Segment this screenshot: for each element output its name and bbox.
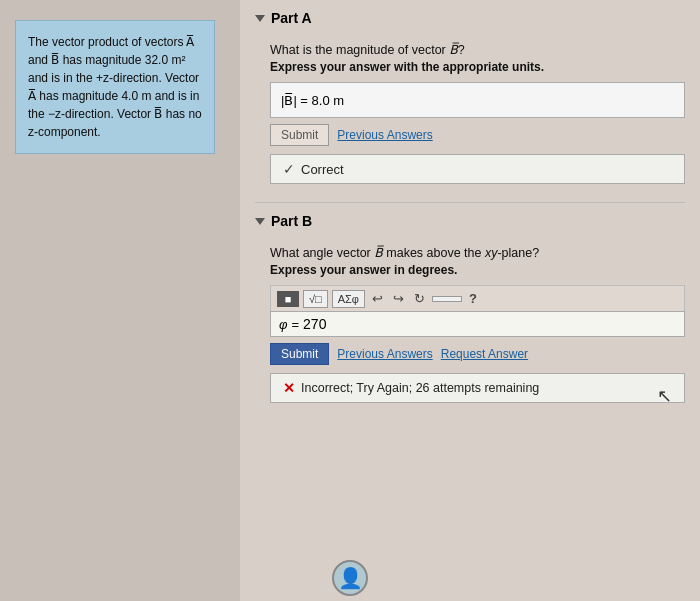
x-icon: ✕ [283,380,295,396]
part-b-previous-answers-link[interactable]: Previous Answers [337,347,432,361]
part-a-previous-answers-link[interactable]: Previous Answers [337,128,432,142]
part-a-express: Express your answer with the appropriate… [270,60,685,74]
toolbar-empty-button[interactable] [432,296,462,302]
phi-label: φ [279,317,287,332]
part-b-input-row: φ = [270,311,685,337]
part-b-section: Part B What angle vector B̅ makes above … [255,213,685,409]
equals-sign: = [291,317,299,332]
part-a-section: Part A What is the magnitude of vector B… [255,10,685,190]
part-b-request-answer-link[interactable]: Request Answer [441,347,528,361]
help-icon[interactable]: ? [466,289,480,308]
right-panel: Part A What is the magnitude of vector B… [240,0,700,601]
part-a-answer-display: |B̅| = 8.0 m [270,82,685,118]
toolbar-square-button[interactable]: ■ [277,291,299,307]
part-a-correct-box: ✓ Correct [270,154,685,184]
part-b-question: What angle vector B̅ makes above the xy-… [270,245,685,260]
section-divider [255,202,685,203]
part-b-submit-button[interactable]: Submit [270,343,329,365]
profile-icon[interactable]: 👤 [332,560,368,596]
toolbar-radical-button[interactable]: √□ [303,290,328,308]
undo-icon[interactable]: ↩ [369,289,386,308]
part-a-answer-value: |B̅| = 8.0 m [281,93,344,108]
toolbar-sigma-button[interactable]: AΣφ [332,290,365,308]
part-a-question: What is the magnitude of vector B̅? [270,42,685,57]
redo-icon[interactable]: ↪ [390,289,407,308]
part-b-content: What angle vector B̅ makes above the xy-… [255,239,685,409]
part-b-express: Express your answer in degrees. [270,263,685,277]
math-toolbar: ■ √□ AΣφ ↩ ↪ ↻ ? [270,285,685,311]
part-a-toggle-icon[interactable] [255,15,265,22]
part-b-incorrect-box: ✕ Incorrect; Try Again; 26 attempts rema… [270,373,685,403]
part-b-header[interactable]: Part B [255,213,685,229]
refresh-icon[interactable]: ↻ [411,289,428,308]
incorrect-label: Incorrect; Try Again; 26 attempts remain… [301,381,539,395]
problem-text: The vector product of vectors A̅ and B̅ … [28,35,202,139]
part-b-title: Part B [271,213,312,229]
part-b-answer-input[interactable] [303,316,383,332]
part-a-title: Part A [271,10,312,26]
problem-statement: The vector product of vectors A̅ and B̅ … [15,20,215,154]
part-b-toggle-icon[interactable] [255,218,265,225]
part-a-header[interactable]: Part A [255,10,685,26]
part-a-button-row: Submit Previous Answers [270,124,685,146]
check-icon: ✓ [283,161,295,177]
correct-label: Correct [301,162,344,177]
part-b-button-row: Submit Previous Answers Request Answer [270,343,685,365]
part-a-content: What is the magnitude of vector B̅? Expr… [255,36,685,190]
part-a-submit-button[interactable]: Submit [270,124,329,146]
